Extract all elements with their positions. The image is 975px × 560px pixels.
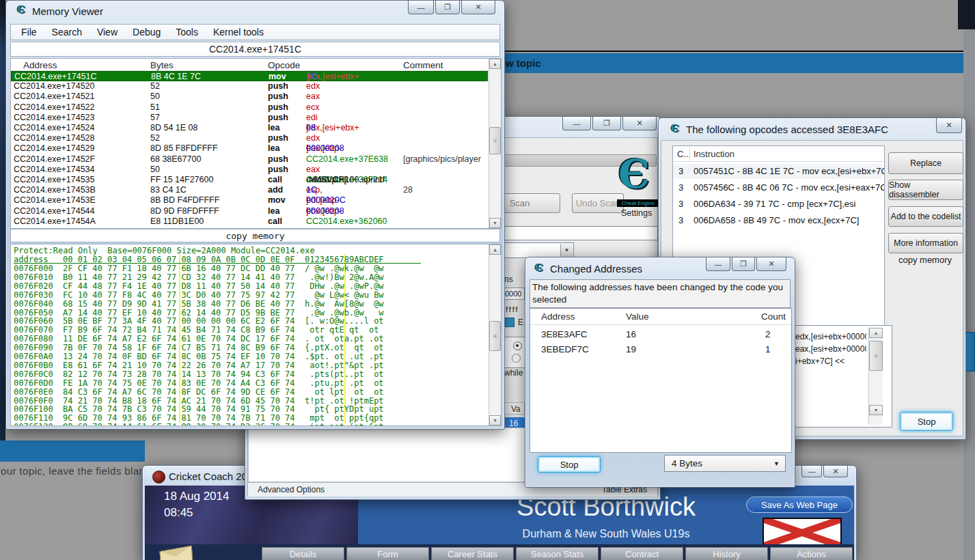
opcode-row[interactable]: 3006DA658 - 8B 49 7C - mov ecx,[ecx+7C]: [673, 213, 883, 228]
dump-row[interactable]: 0076F0002F CF 40 77 F1 18 40 77 6B 16 40…: [11, 264, 486, 273]
dropdown-arrow-icon[interactable]: ▼: [773, 460, 780, 467]
close-button[interactable]: ✕: [756, 257, 786, 271]
changed-address-row[interactable]: 3EBEDF7C191: [530, 342, 790, 357]
mv-address-bar[interactable]: CC2014.exe+17451C: [10, 42, 500, 57]
dump-row[interactable]: 0076F04068 15 40 77 D9 9D 41 77 5B 38 40…: [11, 300, 486, 309]
minimize-button[interactable]: —: [562, 117, 591, 130]
radio-unselected[interactable]: [512, 354, 521, 363]
menu-kernel-tools[interactable]: Kernel tools: [206, 25, 271, 40]
tab-actions[interactable]: Actions: [770, 547, 853, 560]
minimize-button[interactable]: —: [706, 257, 730, 271]
count-column-header[interactable]: Count: [761, 311, 786, 322]
minimize-button[interactable]: —: [408, 1, 434, 14]
memory-dump-panel[interactable]: Protect:Read Only Base=0076F000 Size=2A0…: [10, 244, 502, 426]
scrollbar-thumb[interactable]: ≡: [489, 321, 501, 351]
scroll-up-icon[interactable]: ▲: [489, 244, 501, 255]
disasm-row[interactable]: CC2014.exe+1745448D 9D F8FDFFFFleaebx,[e…: [11, 206, 488, 216]
disasm-row[interactable]: CC2014.exe+1745298D 85 F8FDFFFFleaeax,[e…: [11, 143, 488, 154]
maximize-button[interactable]: ❐: [592, 117, 621, 130]
disasm-row[interactable]: CC2014.exe+17453B83 C4 1Caddesp,1C28: [11, 185, 488, 195]
disasm-row[interactable]: CC2014.exe+17452251pushecx: [11, 102, 488, 113]
close-button[interactable]: ✕: [936, 118, 962, 133]
dump-row[interactable]: 0076F0E084 C3 6F 74 A7 6C 70 74 8F DC 6F…: [11, 388, 486, 397]
tab-career-stats[interactable]: Career Stats: [431, 547, 514, 560]
tab-contract[interactable]: Contract: [601, 547, 683, 560]
changed-address-row[interactable]: 3E8E3AFC162: [530, 327, 790, 342]
menu-tools[interactable]: Tools: [168, 25, 206, 40]
ce-value-input[interactable]: [502, 226, 658, 240]
show-disassembler-button[interactable]: Show disassembler: [888, 180, 963, 200]
dump-row[interactable]: 0076F0C082 12 70 74 73 28 70 74 14 13 70…: [11, 370, 486, 379]
opcode-row[interactable]: 3006DA634 - 39 71 7C - cmp [ecx+7C],esi: [673, 197, 883, 212]
advanced-options-link[interactable]: Advanced Options: [258, 485, 325, 494]
disasm-row[interactable]: CC2014.exe+17452052pushedx: [11, 81, 488, 92]
copy-memory-bar[interactable]: copy memory: [10, 229, 500, 242]
scrollbar-thumb[interactable]: ≡: [489, 127, 501, 154]
scroll-down-icon[interactable]: ▼: [869, 405, 883, 415]
ce-enable-checkbox[interactable]: [505, 318, 514, 327]
undo-scan-button[interactable]: Undo Scan: [572, 193, 624, 213]
ce-range-from-field[interactable]: 0000: [503, 288, 525, 300]
opcode-row[interactable]: 30057456C - 8B 4C 06 7C - mov ecx,[esi+e…: [673, 180, 883, 195]
disasm-row[interactable]: CC2014.exe+17452852pushedx: [11, 133, 488, 143]
menu-view[interactable]: View: [90, 25, 125, 40]
add-to-the-codelist-button[interactable]: Add to the codelist: [888, 206, 963, 227]
dropdown-arrow-icon[interactable]: ▼: [560, 244, 573, 257]
extra-info-scrollbar[interactable]: ▲ ≡ ▼: [868, 328, 883, 425]
menu-debug[interactable]: Debug: [125, 25, 168, 40]
instruction-column-header[interactable]: Instruction: [694, 149, 734, 159]
save-as-web-page-button[interactable]: Save As Web Page: [746, 496, 853, 513]
value-column-header[interactable]: Value: [626, 311, 649, 322]
stop-button[interactable]: Stop: [538, 456, 601, 473]
address-column-header[interactable]: Address: [541, 311, 575, 322]
ce-scan-type-dropdown[interactable]: ▼: [502, 242, 574, 258]
scroll-up-icon[interactable]: ▲: [869, 328, 883, 338]
comment-column-header[interactable]: Comment: [403, 60, 443, 70]
dump-row[interactable]: 0076F1209B 69 70 74 A4 61 6F 74 99 28 70…: [11, 423, 486, 426]
opcode-column-header[interactable]: Opcode: [268, 60, 300, 70]
radio-selected[interactable]: [513, 341, 522, 350]
scroll-down-icon[interactable]: ▼: [489, 218, 501, 228]
disassembler-scrollbar[interactable]: ▲ ≡ ▼: [489, 59, 501, 228]
close-button[interactable]: ✕: [823, 466, 848, 477]
close-button[interactable]: ✕: [622, 117, 657, 130]
minimize-button[interactable]: —: [801, 466, 822, 477]
bytes-column-header[interactable]: Bytes: [150, 60, 174, 70]
dump-scrollbar[interactable]: ▲ ≡ ▼: [489, 244, 501, 425]
tab-season-stats[interactable]: Season Stats: [516, 547, 599, 560]
tab-form[interactable]: Form: [346, 547, 429, 560]
menu-search[interactable]: Search: [44, 25, 90, 40]
dump-row[interactable]: 0076F030FC 10 40 77 F8 4C 40 77 3C D0 40…: [11, 291, 486, 300]
close-button[interactable]: ✕: [461, 1, 495, 14]
maximize-button[interactable]: ❐: [732, 257, 755, 271]
dump-row[interactable]: 0076F0D0FE 1A 70 74 75 0E 70 74 83 0E 70…: [11, 379, 486, 388]
disasm-row[interactable]: CC2014.exe+1745248D 54 1E 08leaedx,[esi+…: [11, 123, 488, 133]
dump-row[interactable]: 0076F0B0E8 61 6F 74 21 10 70 74 22 26 70…: [11, 361, 486, 370]
topic-bar-link[interactable]: w topic: [506, 57, 541, 69]
more-information-button[interactable]: More information: [888, 233, 963, 253]
disassembler-panel[interactable]: Address Bytes Opcode Comment CC2014.exe+…: [10, 58, 502, 229]
disasm-row[interactable]: CC2014.exe+17452357pushedi: [11, 113, 488, 123]
disasm-row[interactable]: CC2014.exe+17453E8B BD F4FDFFFFmovedi,[e…: [11, 195, 488, 206]
settings-link[interactable]: Settings: [621, 208, 652, 218]
tab-details[interactable]: Details: [262, 547, 344, 560]
dump-row[interactable]: 0076F010B0 11 40 77 21 29 42 77 CD 32 40…: [11, 273, 486, 282]
disasm-row[interactable]: CC2014.exe+17451C8B 4C 1E 7Cmovecx,[esi+…: [11, 71, 488, 81]
opcode-row[interactable]: 30057451C - 8B 4C 1E 7C - mov ecx,[esi+e…: [673, 164, 883, 179]
disasm-row[interactable]: CC2014.exe+174535FF 15 14F27600calldword…: [11, 175, 488, 185]
tab-history[interactable]: History: [685, 547, 768, 560]
disasm-row[interactable]: CC2014.exe+17453450pusheax: [11, 165, 488, 175]
replace-button[interactable]: Replace: [888, 152, 963, 174]
dump-row[interactable]: 0076F0A013 24 70 74 0F BD 6F 74 8C 0B 75…: [11, 352, 486, 361]
scroll-down-icon[interactable]: ▼: [489, 415, 501, 425]
menu-file[interactable]: File: [14, 25, 44, 40]
stop-button[interactable]: Stop: [900, 412, 953, 431]
scrollbar-thumb[interactable]: ≡: [869, 341, 883, 371]
maximize-button[interactable]: ❐: [435, 1, 460, 14]
address-column-header[interactable]: Address: [23, 60, 57, 70]
scroll-up-icon[interactable]: ▲: [489, 59, 501, 69]
disasm-row[interactable]: CC2014.exe+17452150pusheax: [11, 92, 488, 102]
changed-list[interactable]: Address Value Count 3E8E3AFC1623EBEDF7C1…: [530, 308, 792, 453]
disasm-row[interactable]: CC2014.exe+17454AE8 11DB1E00callCC2014.e…: [11, 216, 488, 227]
dump-row[interactable]: 0076F020CF 44 48 77 F4 1E 40 77 D8 11 40…: [11, 282, 486, 291]
